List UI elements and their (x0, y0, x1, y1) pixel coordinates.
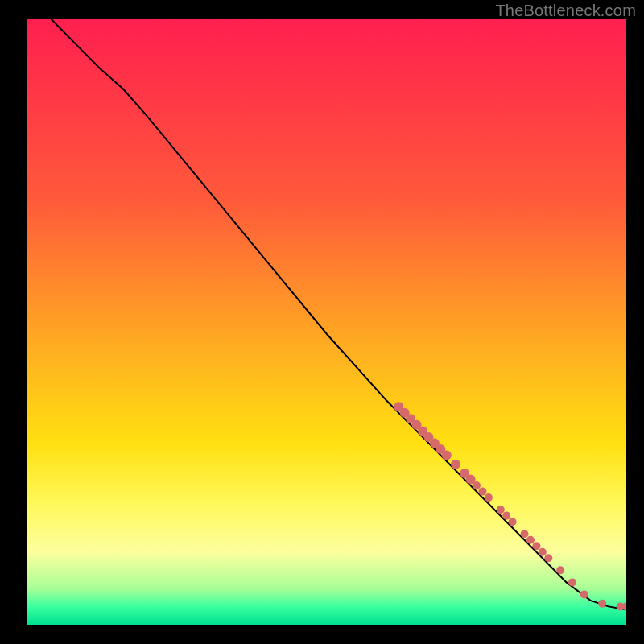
data-point (485, 493, 493, 502)
watermark-text: TheBottleneck.com (495, 2, 636, 20)
data-point (556, 566, 564, 574)
data-point (509, 518, 517, 526)
data-point (532, 542, 540, 550)
data-point (521, 530, 529, 538)
data-point (539, 548, 547, 556)
chart-svg (27, 19, 626, 625)
chart-frame: TheBottleneck.com (0, 0, 644, 644)
gradient-background (27, 19, 626, 625)
data-point (526, 536, 535, 544)
data-point (580, 590, 588, 598)
data-point (473, 481, 481, 489)
data-point (568, 578, 576, 586)
data-point (544, 554, 552, 562)
chart-plot-area (27, 19, 626, 625)
data-point (497, 506, 505, 514)
data-point (442, 450, 452, 460)
data-point (478, 488, 486, 496)
data-point (598, 600, 606, 608)
data-point (502, 512, 510, 520)
data-point (451, 460, 460, 469)
